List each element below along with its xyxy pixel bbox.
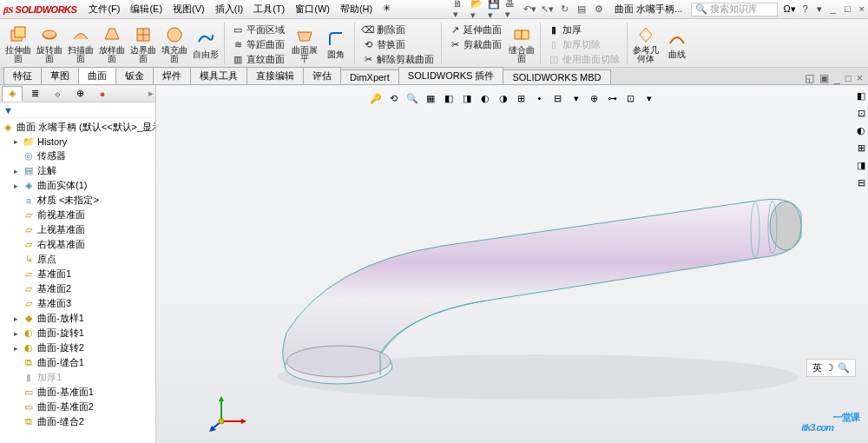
tree-item[interactable]: ▱上视基准面 (0, 222, 155, 237)
freeform-button[interactable]: 自由形 (191, 21, 220, 66)
view-tool-icon[interactable]: ▦ (423, 90, 438, 106)
search-input[interactable]: 🔍搜索知识库 (691, 3, 778, 17)
viewport[interactable]: 🔑⟲🔍▦◧◨◐◑⊞•⊟▾⊕⊶⊡▾ (156, 85, 868, 443)
side-tab-property[interactable]: ≣ (24, 86, 45, 102)
feature-tree[interactable]: ◈曲面 水嘴手柄 (默认<<默认>_显示状态 1 ▸📁History◎传感器▸▤… (0, 118, 155, 443)
side-tab-display[interactable]: ● (92, 86, 113, 102)
vp-min-icon[interactable]: _ (834, 72, 840, 84)
curves-button[interactable]: 曲线 (662, 21, 692, 66)
view-tool-icon[interactable]: ◧ (441, 90, 457, 106)
view-tool-icon[interactable]: • (532, 90, 548, 106)
menu-insert[interactable]: 插入(I) (210, 1, 248, 17)
menu-view[interactable]: 视图(V) (168, 1, 210, 17)
tree-item[interactable]: ↳原点 (0, 252, 155, 267)
new-icon[interactable]: 🗎▾ (453, 3, 467, 17)
model-3d[interactable] (208, 155, 833, 415)
maximize-icon[interactable]: □ (845, 3, 851, 15)
open-icon[interactable]: 📂▾ (470, 3, 484, 17)
view-tool-icon[interactable]: ◐ (477, 90, 493, 106)
thicken-button[interactable]: ▮加厚 (546, 23, 621, 36)
menu-tools[interactable]: 工具(T) (248, 1, 290, 17)
sweep-surface-button[interactable]: 扫描曲面 (66, 21, 95, 66)
menu-star[interactable]: ✳ (378, 1, 396, 17)
view-tool-icon[interactable]: ⊡ (623, 90, 639, 106)
replace-face-button[interactable]: ⟲替换面 (360, 37, 436, 51)
tab-addins[interactable]: SOLIDWORKS 插件 (398, 67, 504, 84)
boundary-surface-button[interactable]: 边界曲面 (128, 21, 158, 66)
expand-icon[interactable]: ▸ (12, 182, 20, 190)
tree-item[interactable]: ⧉曲面-缝合1 (0, 355, 155, 370)
ime-indicator[interactable]: 英 ☽ 🔍 (806, 359, 856, 377)
vp-close-icon[interactable]: × (857, 72, 863, 84)
help-icon[interactable]: ? (803, 3, 808, 15)
expand-icon[interactable]: ▸ (12, 137, 20, 146)
view-tool-icon[interactable]: ⊞ (514, 90, 529, 106)
flatten-surface-button[interactable]: 曲面展平 (290, 21, 319, 66)
tree-item[interactable]: ▸◈曲面实体(1) (0, 178, 155, 193)
tree-item[interactable]: ≡材质 <未指定> (0, 193, 155, 208)
view-tool-icon[interactable]: ⊟ (550, 90, 566, 106)
right-tool-icon[interactable]: ◧ (854, 89, 868, 102)
expand-icon[interactable]: ▸ (12, 314, 20, 323)
rebuild-icon[interactable]: ↻ (557, 3, 571, 17)
tab-weldments[interactable]: 焊件 (153, 67, 191, 84)
ruled-surface-button[interactable]: ▥直纹曲面 (230, 52, 286, 66)
tree-item[interactable]: ▱基准面2 (0, 281, 155, 296)
tree-root[interactable]: ◈曲面 水嘴手柄 (默认<<默认>_显示状态 1 (0, 120, 155, 135)
triad-icon[interactable] (208, 391, 252, 434)
view-tool-icon[interactable]: 🔍 (404, 90, 420, 106)
search-mode[interactable]: Ω▾ (783, 3, 795, 15)
offset-surface-button[interactable]: ≋等距曲面 (230, 37, 286, 51)
tab-evaluate[interactable]: 评估 (303, 67, 341, 84)
tree-item[interactable]: ◎传感器 (0, 149, 155, 163)
tree-item[interactable]: ▭曲面-基准面1 (0, 385, 155, 400)
tree-item[interactable]: ▸◆曲面-放样1 (0, 311, 155, 326)
view-tool-icon[interactable]: ⟲ (386, 90, 402, 106)
fillet-button[interactable]: 圆角 (321, 21, 351, 66)
filter-icon[interactable]: ▼ (3, 105, 13, 116)
tab-moldtools[interactable]: 模具工具 (190, 67, 247, 84)
fill-surface-button[interactable]: 填充曲面 (160, 21, 189, 66)
view-tool-icon[interactable]: 🔑 (368, 90, 384, 106)
right-tool-icon[interactable]: ⊡ (854, 106, 868, 120)
tab-mbd[interactable]: SOLIDWORKS MBD (503, 69, 610, 84)
tree-item[interactable]: ▱右视基准面 (0, 237, 155, 252)
view-tool-icon[interactable]: ◨ (459, 90, 475, 106)
expand-icon[interactable]: ▸ (12, 167, 20, 175)
vp-layout2-icon[interactable]: ▣ (819, 72, 829, 84)
settings-icon[interactable]: ⚙ (592, 3, 606, 17)
side-more-icon[interactable]: ▸ (148, 88, 154, 99)
side-tab-feature[interactable]: ◈ (2, 86, 23, 102)
side-tab-config[interactable]: ⟐ (47, 86, 68, 102)
reference-geometry-button[interactable]: 参考几何体 (631, 21, 661, 66)
side-tab-dimxpert[interactable]: ⊕ (69, 86, 90, 102)
vp-layout1-icon[interactable]: ◱ (805, 72, 814, 84)
right-tool-icon[interactable]: ◐ (854, 123, 868, 137)
menu-window[interactable]: 窗口(W) (290, 1, 335, 17)
tree-item[interactable]: ▱基准面3 (0, 296, 155, 311)
loft-surface-button[interactable]: 放样曲面 (97, 21, 127, 66)
view-tool-icon[interactable]: ⊶ (605, 90, 621, 106)
dropdown-icon[interactable]: ▾ (817, 3, 822, 15)
tree-item[interactable]: ▸📁History (0, 135, 155, 149)
trim-surface-button[interactable]: ✂剪裁曲面 (447, 37, 503, 51)
view-tool-icon[interactable]: ◑ (496, 90, 511, 106)
view-tool-icon[interactable]: ⊕ (587, 90, 602, 106)
planar-region-button[interactable]: ▭平面区域 (230, 23, 286, 36)
save-icon[interactable]: 💾▾ (488, 3, 502, 17)
untrim-surface-button[interactable]: ✂解除剪裁曲面 (360, 52, 436, 66)
vp-max-icon[interactable]: □ (845, 72, 852, 84)
tab-surface[interactable]: 曲面 (78, 67, 116, 84)
undo-icon[interactable]: ↶▾ (523, 3, 536, 17)
revolve-surface-button[interactable]: 旋转曲面 (35, 21, 64, 66)
tree-item[interactable]: ▮加厚1 (0, 370, 155, 385)
tab-sheetmetal[interactable]: 钣金 (115, 67, 154, 84)
menu-help[interactable]: 帮助(H) (335, 1, 378, 17)
tab-directedit[interactable]: 直接编辑 (247, 67, 304, 84)
tree-item[interactable]: ▸◐曲面-旋转2 (0, 341, 155, 355)
expand-icon[interactable]: ▸ (12, 329, 20, 338)
tree-item[interactable]: ▸◐曲面-旋转1 (0, 326, 155, 341)
view-tool-icon[interactable]: ▾ (641, 90, 657, 106)
minimize-icon[interactable]: _ (831, 3, 836, 15)
tab-dimxpert[interactable]: DimXpert (340, 69, 399, 84)
